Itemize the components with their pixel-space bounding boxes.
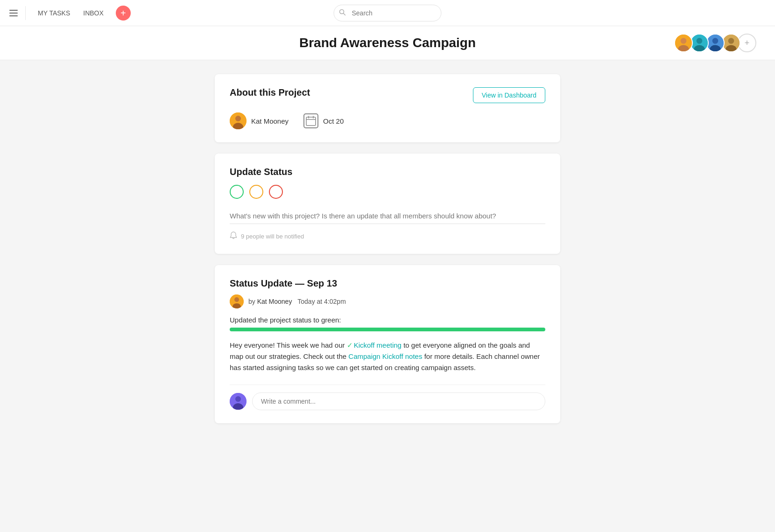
update-status-title: Update Status [230,167,545,177]
update-author-row: by Kat Mooney Today at 4:02pm [230,294,545,308]
status-update-input[interactable] [230,208,545,224]
avatar-2[interactable] [690,34,709,52]
svg-point-12 [728,38,734,44]
project-date: Oct 20 [303,113,344,128]
campaign-notes-link[interactable]: Campaign Kickoff notes [348,352,422,360]
status-circle-red[interactable] [269,185,283,199]
comment-input[interactable] [252,392,545,410]
bell-icon [230,231,237,241]
update-body-part1: Hey everyone! This week we had our [230,341,347,349]
checkmark-icon: ✓ [347,341,353,349]
hamburger-menu[interactable] [9,10,18,16]
search-icon [339,9,346,17]
nav-inbox[interactable]: INBOX [78,7,108,20]
update-body: Hey everyone! This week we had our ✓Kick… [230,340,545,373]
project-due-date: Oct 20 [323,117,344,125]
about-project-card: About this Project View in Dashboard Kat… [215,74,560,142]
view-dashboard-button[interactable]: View in Dashboard [473,87,545,103]
top-nav: MY TASKS INBOX + [0,0,775,26]
status-circle-green[interactable] [230,185,244,199]
svg-point-9 [712,38,719,44]
nav-divider [25,6,26,20]
main-content: About this Project View in Dashboard Kat… [205,60,570,448]
notification-text: 9 people will be notified [241,233,304,240]
add-member-button[interactable]: + [738,34,756,52]
comment-area [230,385,545,410]
svg-point-25 [235,396,241,402]
avatar-1[interactable] [674,34,693,52]
update-author-name: Kat Mooney [257,298,292,305]
avatar-3[interactable] [706,34,725,52]
owner-avatar [230,112,247,129]
search-container [334,5,442,21]
svg-rect-17 [306,117,316,126]
svg-line-1 [344,13,345,15]
update-author-info: by Kat Mooney Today at 4:02pm [248,298,346,305]
status-circle-yellow[interactable] [249,185,263,199]
page-header: Brand Awareness Campaign [0,26,775,60]
project-owner: Kat Mooney [230,112,289,129]
svg-point-22 [234,297,239,302]
svg-point-15 [235,116,241,121]
page-title: Brand Awareness Campaign [0,35,775,50]
kickoff-meeting-link[interactable]: Kickoff meeting [354,341,402,349]
update-timestamp: Today at 4:02pm [297,298,346,305]
update-status-card: Update Status 9 people will be notified [215,154,560,254]
green-progress-bar [230,328,545,331]
about-project-title: About this Project [230,87,310,98]
update-status-label: Updated the project status to green: [230,316,545,324]
project-meta: Kat Mooney Oct 20 [230,112,545,129]
update-author-avatar [230,294,244,308]
nav-links: MY TASKS INBOX + [33,6,131,21]
notification-row: 9 people will be notified [230,231,545,241]
svg-point-6 [697,38,703,44]
status-circles [230,185,545,199]
nav-add-button[interactable]: + [116,6,131,21]
about-project-header: About this Project View in Dashboard [230,87,545,103]
header-avatars: + [677,34,756,52]
avatar-4[interactable] [722,34,740,52]
calendar-icon [303,113,318,128]
nav-my-tasks[interactable]: MY TASKS [33,7,75,20]
svg-point-3 [681,38,687,44]
owner-name: Kat Mooney [251,117,289,125]
comment-avatar [230,393,247,410]
status-update-card: Status Update — Sep 13 by Kat Mooney Tod… [215,265,560,423]
update-by-label: by [248,298,257,305]
status-update-title: Status Update — Sep 13 [230,278,545,289]
search-input[interactable] [334,5,442,21]
